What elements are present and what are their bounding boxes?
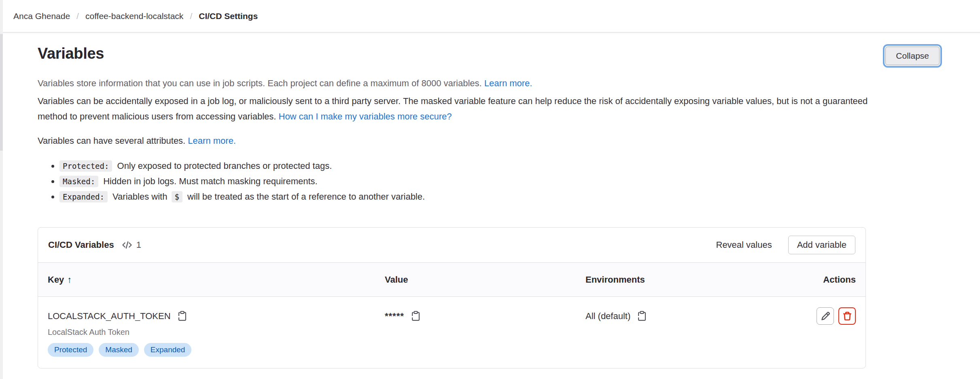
masked-description: Hidden in job logs. Must match masking r… <box>103 176 317 186</box>
copy-environment-button[interactable] <box>636 311 647 322</box>
delete-variable-button[interactable] <box>838 307 856 325</box>
column-header-key[interactable]: Key ↑ <box>48 275 385 285</box>
attributes-learn-more-link[interactable]: Learn more. <box>188 136 236 146</box>
attributes-text: Variables can have several attributes. <box>38 136 185 146</box>
list-item-masked: Masked: Hidden in job logs. Must match m… <box>59 174 943 189</box>
cicd-variables-card: CI/CD Variables 1 Reveal values Add vari… <box>38 227 866 368</box>
page-title: Variables <box>38 45 104 62</box>
attributes-paragraph: Variables can have several attributes. L… <box>38 136 943 146</box>
expanded-code-label: Expanded: <box>59 191 108 202</box>
value-cell: ***** <box>385 311 585 322</box>
trash-icon <box>842 311 853 322</box>
actions-cell <box>817 307 856 325</box>
warning-text: Variables can be accidentally exposed in… <box>38 96 868 121</box>
expanded-description-after: will be treated as the start of a refere… <box>187 192 425 202</box>
add-variable-button[interactable]: Add variable <box>788 236 855 254</box>
reveal-values-button[interactable]: Reveal values <box>716 240 772 250</box>
environments-cell: All (default) <box>585 311 817 322</box>
breadcrumb-bar: Anca Ghenade / coffee-backend-localstack… <box>0 0 980 33</box>
card-title: CI/CD Variables <box>48 240 114 250</box>
badge-expanded: Expanded <box>144 343 192 357</box>
breadcrumb: Anca Ghenade / coffee-backend-localstack… <box>13 11 258 21</box>
variable-table-row: LOCALSTACK_AUTH_TOKEN LocalStack Auth To… <box>38 297 865 368</box>
breadcrumb-separator: / <box>190 11 192 21</box>
window-scrollbar[interactable] <box>0 0 3 379</box>
masked-value: ***** <box>385 311 404 322</box>
intro-text: Variables store information that you can… <box>38 78 482 88</box>
breadcrumb-item-group[interactable]: Anca Ghenade <box>13 11 70 21</box>
column-header-environments: Environments <box>585 275 823 285</box>
variable-badges: Protected Masked Expanded <box>48 343 385 357</box>
protected-description: Only exposed to protected branches or pr… <box>117 161 332 171</box>
column-header-actions: Actions <box>823 275 856 285</box>
learn-more-link[interactable]: Learn more. <box>484 78 532 88</box>
copy-value-button[interactable] <box>410 311 421 322</box>
breadcrumb-separator: / <box>76 11 79 21</box>
edit-variable-button[interactable] <box>817 307 834 325</box>
variable-description: LocalStack Auth Token <box>48 328 385 337</box>
scrollbar-thumb[interactable] <box>0 34 3 151</box>
sort-ascending-icon: ↑ <box>67 275 72 285</box>
badge-masked: Masked <box>99 343 139 357</box>
attributes-list: Protected: Only exposed to protected bra… <box>38 158 943 204</box>
masked-code-label: Masked: <box>59 176 98 187</box>
breadcrumb-item-project[interactable]: coffee-backend-localstack <box>85 11 183 21</box>
card-header: CI/CD Variables 1 Reveal values Add vari… <box>38 228 865 262</box>
dollar-code-label: $ <box>172 191 182 202</box>
column-header-value: Value <box>385 275 585 285</box>
variables-count: 1 <box>136 240 141 250</box>
key-cell: LOCALSTACK_AUTH_TOKEN LocalStack Auth To… <box>48 307 385 357</box>
list-item-protected: Protected: Only exposed to protected bra… <box>59 158 943 174</box>
collapse-button[interactable]: Collapse <box>885 47 940 65</box>
environment-scope: All (default) <box>585 311 630 322</box>
table-header-row: Key ↑ Value Environments Actions <box>38 262 865 297</box>
pencil-icon <box>820 311 831 322</box>
code-brackets-icon <box>121 239 133 251</box>
protected-code-label: Protected: <box>59 160 112 172</box>
warning-paragraph: Variables can be accidentally exposed in… <box>38 94 871 124</box>
variable-key: LOCALSTACK_AUTH_TOKEN <box>48 311 171 322</box>
list-item-expanded: Expanded: Variables with $ will be treat… <box>59 189 943 204</box>
badge-protected: Protected <box>48 343 93 357</box>
variables-section-header: Variables Collapse <box>38 45 943 65</box>
secure-variables-link[interactable]: How can I make my variables more secure? <box>279 111 452 121</box>
breadcrumb-item-current: CI/CD Settings <box>199 11 258 21</box>
intro-paragraph: Variables store information that you can… <box>38 78 943 89</box>
key-column-label: Key <box>48 275 64 285</box>
expanded-description-before: Variables with <box>112 192 167 202</box>
settings-content: Variables Collapse Variables store infor… <box>0 45 980 379</box>
copy-key-button[interactable] <box>177 311 188 322</box>
